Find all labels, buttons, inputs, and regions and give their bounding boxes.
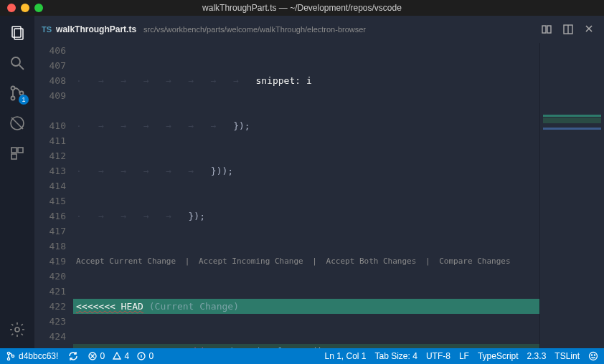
svg-rect-14 bbox=[547, 26, 551, 33]
svg-rect-13 bbox=[542, 26, 546, 33]
scm-badge: 1 bbox=[19, 95, 29, 105]
line-gutter: 406 407 408 409 410 411 412 413 414 415 … bbox=[34, 43, 73, 348]
breadcrumb[interactable]: src/vs/workbench/parts/welcome/walkThrou… bbox=[143, 25, 366, 34]
titlebar: walkThroughPart.ts — ~/Development/repos… bbox=[0, 0, 604, 16]
merge-codelens: Accept Current Change | Accept Incoming … bbox=[73, 254, 539, 269]
tab-size[interactable]: Tab Size: 4 bbox=[375, 351, 417, 361]
svg-rect-10 bbox=[18, 148, 23, 153]
feedback-icon[interactable] bbox=[588, 351, 598, 361]
explorer-icon[interactable] bbox=[9, 24, 26, 42]
compare-icon[interactable] bbox=[541, 24, 552, 35]
code-body[interactable]: · → → → → → → → snippet: i · → → → → → →… bbox=[73, 43, 539, 348]
compare-link[interactable]: Compare Changes bbox=[439, 254, 510, 269]
svg-point-19 bbox=[7, 352, 9, 354]
editor-area: TS walkThroughPart.ts src/vs/workbench/p… bbox=[34, 16, 604, 348]
tab-filename[interactable]: walkThroughPart.ts bbox=[56, 24, 136, 34]
tab-bar: TS walkThroughPart.ts src/vs/workbench/p… bbox=[34, 16, 604, 43]
language-mode[interactable]: TypeScript bbox=[478, 351, 519, 361]
split-icon[interactable] bbox=[562, 24, 574, 35]
svg-point-5 bbox=[11, 97, 15, 100]
accept-both-link[interactable]: Accept Both Changes bbox=[326, 254, 417, 269]
editor[interactable]: 406 407 408 409 410 411 412 413 414 415 … bbox=[34, 43, 604, 348]
svg-line-8 bbox=[11, 118, 23, 129]
gear-icon[interactable] bbox=[9, 321, 26, 338]
window-title: walkThroughPart.ts — ~/Development/repos… bbox=[0, 3, 604, 13]
svg-point-27 bbox=[590, 353, 598, 360]
eol[interactable]: LF bbox=[459, 351, 469, 361]
tslint-status[interactable]: TSLint bbox=[555, 351, 580, 361]
file-lang-badge: TS bbox=[42, 25, 52, 34]
svg-point-29 bbox=[594, 355, 595, 355]
cursor-position[interactable]: Ln 1, Col 1 bbox=[324, 351, 366, 361]
minimap[interactable] bbox=[539, 43, 604, 348]
status-bar: d4bbcc63! 0 4 0 Ln 1, Col 1 Tab Size: 4 … bbox=[0, 348, 604, 364]
svg-point-4 bbox=[11, 87, 15, 90]
accept-incoming-link[interactable]: Accept Incoming Change bbox=[199, 254, 303, 269]
activity-bar: 1 bbox=[0, 16, 34, 348]
search-icon[interactable] bbox=[9, 54, 26, 72]
svg-point-12 bbox=[15, 327, 19, 332]
svg-point-2 bbox=[11, 57, 20, 66]
svg-rect-11 bbox=[11, 154, 16, 159]
main-area: 1 TS walkThroughPart.ts src/vs/workbench… bbox=[0, 16, 604, 348]
svg-rect-9 bbox=[11, 148, 16, 153]
sync-status[interactable] bbox=[68, 351, 78, 361]
encoding[interactable]: UTF-8 bbox=[426, 351, 450, 361]
accept-current-link[interactable]: Accept Current Change bbox=[76, 254, 176, 269]
scm-icon[interactable]: 1 bbox=[9, 85, 26, 102]
ts-version[interactable]: 2.3.3 bbox=[527, 351, 547, 361]
svg-point-28 bbox=[591, 355, 592, 355]
problems-status[interactable]: 0 4 0 bbox=[88, 351, 154, 361]
close-tab-icon[interactable] bbox=[584, 24, 594, 35]
svg-line-3 bbox=[19, 65, 24, 70]
debug-icon[interactable] bbox=[9, 115, 26, 132]
svg-point-20 bbox=[7, 358, 9, 360]
git-branch-status[interactable]: d4bbcc63! bbox=[6, 351, 58, 361]
extensions-icon[interactable] bbox=[9, 145, 26, 162]
